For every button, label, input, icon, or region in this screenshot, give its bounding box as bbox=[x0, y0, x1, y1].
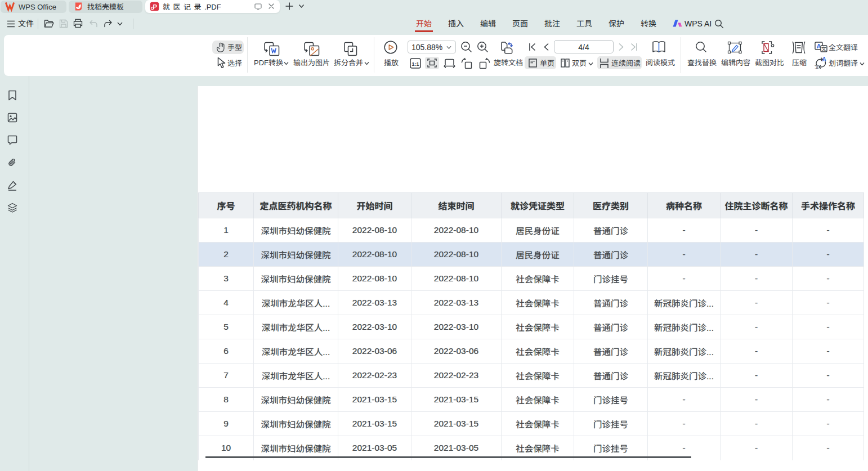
svg-text:文: 文 bbox=[815, 64, 820, 70]
svg-text:A: A bbox=[822, 56, 826, 62]
svg-text:文: 文 bbox=[821, 45, 826, 52]
svg-text:1:1: 1:1 bbox=[411, 61, 419, 67]
